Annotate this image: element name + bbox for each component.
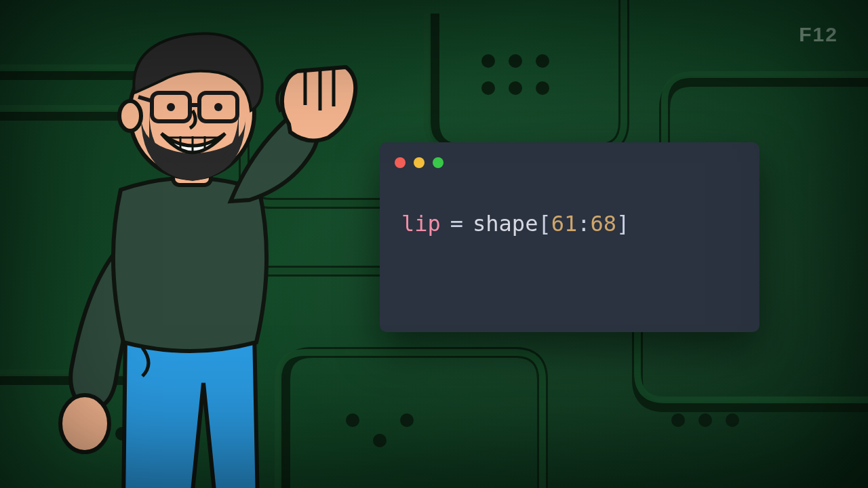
- svg-point-4: [509, 81, 522, 95]
- svg-point-7: [698, 413, 712, 427]
- svg-point-21: [214, 103, 222, 111]
- code-token-variable: lip: [401, 211, 441, 237]
- code-token-colon: :: [577, 211, 590, 237]
- svg-point-10: [373, 434, 387, 447]
- svg-point-17: [119, 101, 141, 131]
- code-token-number-1: 61: [551, 211, 578, 237]
- code-line: lip=shape[61:68]: [380, 168, 760, 239]
- code-window: lip=shape[61:68]: [380, 142, 760, 332]
- code-token-open-bracket: [: [538, 211, 551, 237]
- svg-point-3: [481, 81, 495, 95]
- svg-point-20: [167, 103, 175, 111]
- traffic-light-yellow-icon: [414, 157, 425, 168]
- svg-point-0: [481, 54, 495, 68]
- code-token-identifier: shape: [473, 211, 538, 237]
- code-token-operator: =: [450, 211, 463, 237]
- code-token-close-bracket: ]: [616, 211, 629, 237]
- cartoon-character: [47, 30, 366, 488]
- svg-point-5: [536, 81, 549, 95]
- svg-point-14: [60, 395, 109, 452]
- traffic-light-red-icon: [395, 157, 406, 168]
- svg-point-6: [671, 413, 685, 427]
- svg-point-11: [400, 413, 414, 427]
- code-token-number-2: 68: [590, 211, 616, 237]
- window-traffic-lights: [380, 142, 760, 168]
- svg-point-1: [509, 54, 522, 68]
- stage: F12 lip=shape[61:68]: [0, 0, 868, 488]
- svg-point-8: [726, 413, 739, 427]
- traffic-light-green-icon: [433, 157, 443, 168]
- svg-point-2: [536, 54, 549, 68]
- pcb-silk-label: F12: [799, 24, 838, 45]
